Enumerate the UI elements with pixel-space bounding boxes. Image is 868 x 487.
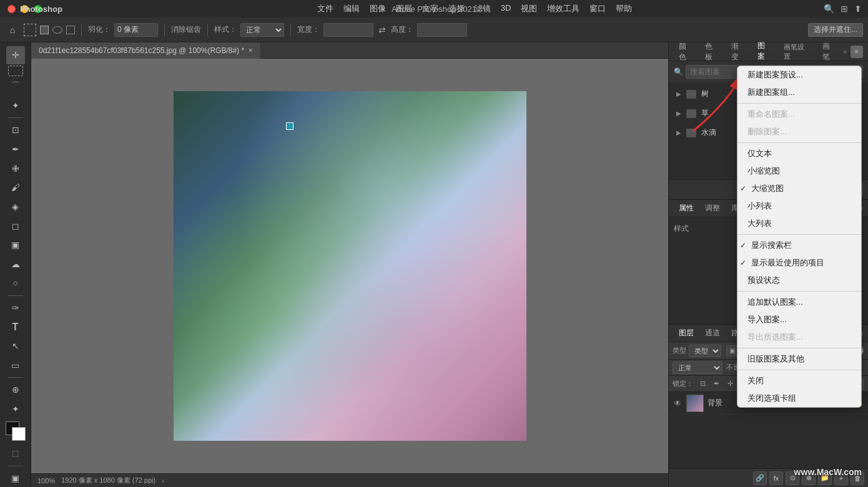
share-icon[interactable]: ⬆: [854, 4, 862, 14]
menu-filter[interactable]: 滤镜: [475, 3, 491, 14]
clear-edges-label: 消除锯齿: [171, 24, 201, 35]
style-select[interactable]: 正常: [240, 23, 284, 37]
group-icon-drops: [686, 129, 696, 137]
layer-visibility-toggle[interactable]: 👁: [673, 398, 683, 408]
arrange-icon[interactable]: ⊞: [841, 4, 848, 14]
context-menu-item[interactable]: 显示最近使用的项目: [737, 254, 861, 272]
path-tool[interactable]: ↖: [6, 337, 25, 355]
context-menu-item[interactable]: 导入图案...: [737, 311, 861, 328]
menu-image[interactable]: 图像: [370, 3, 386, 14]
eraser-tool[interactable]: ◻: [6, 217, 25, 235]
width-label: 宽度：: [297, 24, 320, 35]
rect-marquee-icon[interactable]: [40, 26, 49, 34]
context-menu-item[interactable]: 小列表: [737, 197, 861, 215]
menu-edit[interactable]: 编辑: [343, 3, 360, 14]
canvas-image: [174, 91, 526, 441]
crop-tool[interactable]: ⊡: [6, 121, 25, 139]
other-icon[interactable]: [52, 26, 62, 34]
feather-input[interactable]: [114, 23, 158, 37]
search-icon[interactable]: 🔍: [824, 4, 834, 14]
hand-tool[interactable]: ✦: [6, 400, 25, 418]
blend-mode-select[interactable]: 正常: [673, 362, 723, 374]
shape-tool[interactable]: ▭: [6, 357, 25, 375]
tool-sep-2: [8, 295, 23, 296]
height-input[interactable]: [417, 23, 467, 37]
pen-tool[interactable]: ✑: [6, 299, 25, 317]
context-menu-item[interactable]: 预设状态: [737, 272, 861, 289]
tab-channels[interactable]: 通道: [700, 325, 725, 341]
width-input[interactable]: [323, 23, 373, 37]
tab-brush-settings[interactable]: 画笔设置: [779, 40, 816, 64]
dodge-tool[interactable]: ○: [6, 274, 25, 292]
context-menu-item[interactable]: 新建图案预设...: [737, 66, 861, 84]
select-subject-btn[interactable]: 选择并遮住...: [808, 23, 863, 37]
new-fill-layer-btn[interactable]: ⊕: [802, 471, 816, 485]
magic-wand-tool[interactable]: ✦: [6, 97, 25, 115]
filter-pixel-icon[interactable]: ▣: [726, 345, 737, 357]
context-menu-item[interactable]: 小缩览图: [737, 162, 861, 180]
screen-mode-btn[interactable]: ▣: [6, 469, 25, 487]
lock-pixels-icon[interactable]: ✒: [711, 378, 722, 390]
group-arrow-drops: ▶: [676, 129, 681, 136]
text-tool[interactable]: T: [6, 318, 25, 336]
context-menu-item[interactable]: 追加默认图案...: [737, 293, 861, 311]
lock-transparent-icon[interactable]: ⊡: [697, 378, 708, 390]
background-color[interactable]: [12, 427, 26, 441]
menu-help[interactable]: 帮助: [616, 3, 632, 14]
selection-tool[interactable]: [8, 66, 23, 76]
move-tool[interactable]: ✛: [6, 46, 25, 64]
tab-properties[interactable]: 属性: [674, 200, 699, 216]
healing-tool[interactable]: ✙: [6, 159, 25, 177]
quick-mask-btn[interactable]: ⬚: [6, 445, 25, 463]
lock-position-icon[interactable]: ✛: [724, 378, 736, 390]
menu-3d[interactable]: 3D: [501, 3, 511, 14]
doc-canvas[interactable]: [31, 59, 668, 473]
brush-tool[interactable]: 🖌: [6, 179, 25, 197]
context-menu-item[interactable]: 旧版图案及其他: [737, 350, 861, 368]
layer-mask-btn[interactable]: ⊙: [786, 471, 799, 485]
menu-file[interactable]: 文件: [317, 3, 333, 14]
doc-tab-main[interactable]: 0d21f1ec128554b67cf03f87b561c255.jpg @ 1…: [31, 42, 261, 59]
clone-tool[interactable]: ◈: [6, 198, 25, 216]
delete-layer-btn[interactable]: 🗑: [851, 471, 864, 485]
context-menu-item[interactable]: 关闭: [737, 372, 861, 390]
layer-effects-btn[interactable]: fx: [769, 471, 783, 485]
panel-collapse-arrow[interactable]: «: [844, 48, 847, 55]
panel-tabs: 颜色 色板 渐变 图案 画笔设置 画笔 « ≡: [669, 42, 868, 61]
filter-type-select[interactable]: 类型: [689, 345, 721, 357]
context-menu-item[interactable]: 新建图案组...: [737, 84, 861, 101]
statusbar: 100% 1920 像素 x 1080 像素 (72 ppi) ›: [31, 473, 668, 487]
context-menu-item[interactable]: 关闭选项卡组: [737, 390, 861, 407]
gradient-tool[interactable]: ▣: [6, 236, 25, 254]
menu-view[interactable]: 视图: [521, 3, 537, 14]
new-group-btn[interactable]: 📁: [818, 471, 832, 485]
group-arrow-grass: ▶: [676, 110, 681, 117]
link-layers-btn[interactable]: 🔗: [753, 471, 767, 485]
doc-tab-close[interactable]: ✕: [248, 47, 253, 54]
group-label-drops: 水滴: [701, 127, 716, 138]
panel-menu-btn[interactable]: ≡: [851, 46, 863, 58]
blur-tool[interactable]: ☁: [6, 255, 25, 273]
tab-layers[interactable]: 图层: [674, 325, 699, 341]
color-preview[interactable]: [6, 421, 26, 441]
context-menu-item[interactable]: 大列表: [737, 215, 861, 232]
close-button[interactable]: [7, 5, 16, 13]
swap-icon[interactable]: ⇄: [378, 25, 386, 35]
context-menu-item: 重命名图案...: [737, 106, 861, 123]
zoom-tool[interactable]: ⊕: [6, 381, 25, 399]
frame-icon[interactable]: [66, 26, 75, 34]
eyedropper-tool[interactable]: ✒: [6, 140, 25, 159]
marquee-icon[interactable]: [24, 24, 36, 36]
new-layer-btn[interactable]: +: [834, 471, 848, 485]
info-arrow[interactable]: ›: [162, 477, 164, 485]
lasso-tool[interactable]: ⌒: [6, 77, 25, 96]
context-menu-item[interactable]: 显示搜索栏: [737, 237, 861, 254]
window-title: Adobe Photoshop 2021: [392, 4, 476, 14]
context-menu-item[interactable]: 仅文本: [737, 145, 861, 162]
tab-adjustments[interactable]: 调整: [700, 200, 725, 216]
lock-label: 锁定：: [673, 379, 693, 388]
menu-window[interactable]: 窗口: [589, 3, 606, 14]
context-menu-item[interactable]: 大缩览图: [737, 180, 861, 197]
menu-plugins[interactable]: 增效工具: [547, 3, 579, 14]
home-icon[interactable]: ⌂: [5, 22, 20, 37]
